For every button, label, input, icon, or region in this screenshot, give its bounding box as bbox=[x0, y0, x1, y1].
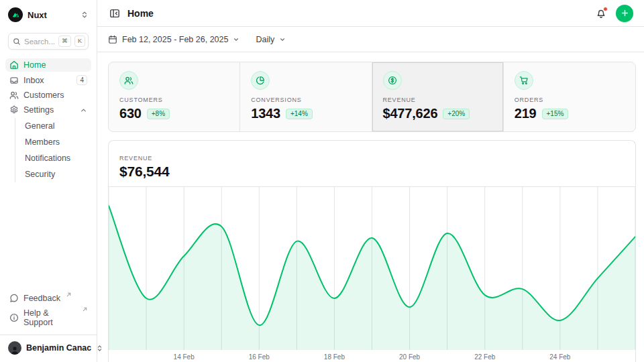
chart-headline-value: $76,544 bbox=[119, 164, 625, 180]
content: CUSTOMERS 630 +8% CONVERSIONS 1343 +14% bbox=[97, 52, 644, 362]
add-button[interactable] bbox=[616, 5, 633, 22]
notifications-button[interactable] bbox=[594, 7, 608, 20]
pie-chart-icon bbox=[251, 71, 270, 90]
nuxt-logo-icon bbox=[8, 7, 23, 22]
info-circle-icon bbox=[9, 313, 19, 322]
revenue-chart-card: REVENUE $76,544 14 Feb16 Feb18 Feb20 Feb… bbox=[108, 140, 636, 362]
stat-label: ORDERS bbox=[515, 97, 625, 103]
settings-subnav: General Members Notifications Security bbox=[15, 118, 91, 182]
date-range-picker[interactable]: Feb 12, 2025 - Feb 26, 2025 bbox=[108, 35, 239, 44]
chart-plot-area bbox=[109, 187, 635, 350]
sidebar-item-members[interactable]: Members bbox=[21, 135, 91, 149]
search-field[interactable] bbox=[24, 38, 55, 46]
chevron-up-icon bbox=[80, 107, 87, 114]
workspace-selector[interactable]: Nuxt bbox=[5, 5, 91, 24]
circle-dollar-icon bbox=[383, 71, 402, 90]
sidebar-toggle-button[interactable] bbox=[108, 7, 121, 20]
stat-card-orders[interactable]: ORDERS 219 +15% bbox=[504, 62, 635, 131]
panel-left-close-icon bbox=[109, 8, 120, 19]
stats-row: CUSTOMERS 630 +8% CONVERSIONS 1343 +14% bbox=[108, 62, 636, 132]
calendar-icon bbox=[108, 35, 117, 44]
users-icon bbox=[119, 71, 138, 90]
sidebar-item-general[interactable]: General bbox=[21, 119, 91, 133]
inbox-count-badge: 4 bbox=[76, 75, 87, 85]
sidebar-item-notifications[interactable]: Notifications bbox=[21, 151, 91, 166]
sidebar-item-home[interactable]: Home bbox=[5, 58, 91, 72]
stat-card-revenue[interactable]: REVENUE $477,626 +20% bbox=[372, 62, 504, 131]
main-area: Home Feb 12, 2025 - Feb 26, 2025 bbox=[97, 0, 644, 362]
topbar: Home bbox=[97, 0, 644, 27]
topbar-actions bbox=[594, 5, 633, 22]
chevron-down-icon bbox=[233, 36, 239, 43]
sidebar: Nuxt ⌘ K Home Inb bbox=[0, 0, 97, 362]
kbd-key: K bbox=[74, 36, 85, 47]
sidebar-item-help-support[interactable]: Help & Support bbox=[5, 306, 91, 329]
stat-delta-badge: +8% bbox=[147, 109, 170, 119]
stat-label: REVENUE bbox=[383, 97, 492, 103]
search-input[interactable]: ⌘ K bbox=[8, 33, 89, 50]
sidebar-item-label: Inbox bbox=[23, 76, 44, 85]
stat-value: 630 bbox=[119, 106, 142, 121]
notification-dot bbox=[603, 7, 608, 11]
chart-label: REVENUE bbox=[119, 155, 625, 162]
sidebar-item-label: Members bbox=[25, 137, 60, 147]
x-axis-tick-label: 14 Feb bbox=[174, 353, 195, 361]
x-axis-tick-label: 16 Feb bbox=[249, 353, 270, 361]
avatar bbox=[8, 341, 21, 355]
stat-value: $477,626 bbox=[383, 106, 438, 121]
inbox-icon bbox=[9, 76, 19, 85]
search-icon bbox=[13, 38, 21, 46]
kbd-meta: ⌘ bbox=[58, 36, 71, 47]
home-icon bbox=[9, 60, 19, 70]
filter-toolbar: Feb 12, 2025 - Feb 26, 2025 Daily bbox=[97, 27, 644, 52]
external-link-icon bbox=[66, 292, 71, 297]
sidebar-item-label: General bbox=[25, 121, 54, 131]
sidebar-item-customers[interactable]: Customers bbox=[5, 88, 91, 102]
plus-icon bbox=[621, 9, 629, 17]
stat-value: 1343 bbox=[251, 106, 280, 121]
external-link-icon bbox=[83, 307, 87, 312]
sidebar-nav: Home Inbox 4 Customers Settings bbox=[5, 58, 91, 184]
user-name: Benjamin Canac bbox=[26, 343, 91, 353]
stat-value: 219 bbox=[515, 106, 537, 121]
sidebar-item-inbox[interactable]: Inbox 4 bbox=[5, 73, 91, 87]
x-axis-tick-label: 20 Feb bbox=[399, 353, 420, 361]
chevrons-up-down-icon bbox=[80, 11, 89, 19]
x-axis-tick-label: 22 Feb bbox=[474, 353, 495, 361]
sidebar-item-label: Security bbox=[25, 170, 55, 179]
sidebar-item-label: Customers bbox=[23, 90, 64, 100]
chart-header: REVENUE $76,544 bbox=[109, 141, 635, 187]
stat-card-customers[interactable]: CUSTOMERS 630 +8% bbox=[109, 62, 240, 131]
sidebar-item-security[interactable]: Security bbox=[21, 167, 91, 182]
sidebar-footer: Feedback Help & Support Benjamin Canac bbox=[5, 291, 91, 362]
revenue-chart-svg bbox=[109, 187, 635, 350]
granularity-label: Daily bbox=[256, 35, 274, 44]
granularity-select[interactable]: Daily bbox=[256, 35, 286, 44]
sidebar-item-label: Help & Support bbox=[23, 308, 76, 327]
sidebar-item-label: Notifications bbox=[25, 154, 70, 163]
sidebar-item-label: Settings bbox=[23, 105, 54, 115]
dashboard-app: Nuxt ⌘ K Home Inb bbox=[0, 0, 644, 362]
stat-delta-badge: +20% bbox=[443, 109, 470, 119]
workspace-name: Nuxt bbox=[28, 10, 76, 20]
date-range-label: Feb 12, 2025 - Feb 26, 2025 bbox=[122, 35, 228, 44]
x-axis-tick-label: 24 Feb bbox=[549, 353, 570, 361]
gear-icon bbox=[9, 105, 19, 115]
chevron-down-icon bbox=[279, 36, 286, 43]
x-axis-tick-label: 18 Feb bbox=[324, 353, 345, 361]
page-title: Home bbox=[127, 8, 154, 19]
stat-label: CUSTOMERS bbox=[119, 97, 229, 103]
stat-label: CONVERSIONS bbox=[251, 97, 360, 103]
x-axis-labels: 14 Feb16 Feb18 Feb20 Feb22 Feb24 Feb bbox=[109, 350, 635, 362]
sidebar-item-settings[interactable]: Settings bbox=[5, 103, 91, 117]
users-icon bbox=[9, 90, 19, 100]
sidebar-item-label: Feedback bbox=[23, 294, 60, 303]
stat-delta-badge: +14% bbox=[286, 109, 313, 119]
user-menu[interactable]: Benjamin Canac bbox=[0, 335, 97, 361]
shopping-cart-icon bbox=[515, 71, 533, 90]
sidebar-item-feedback[interactable]: Feedback bbox=[5, 292, 91, 305]
stat-delta-badge: +15% bbox=[542, 109, 569, 119]
sidebar-item-label: Home bbox=[23, 60, 46, 70]
message-circle-icon bbox=[9, 294, 19, 303]
stat-card-conversions[interactable]: CONVERSIONS 1343 +14% bbox=[240, 62, 372, 131]
